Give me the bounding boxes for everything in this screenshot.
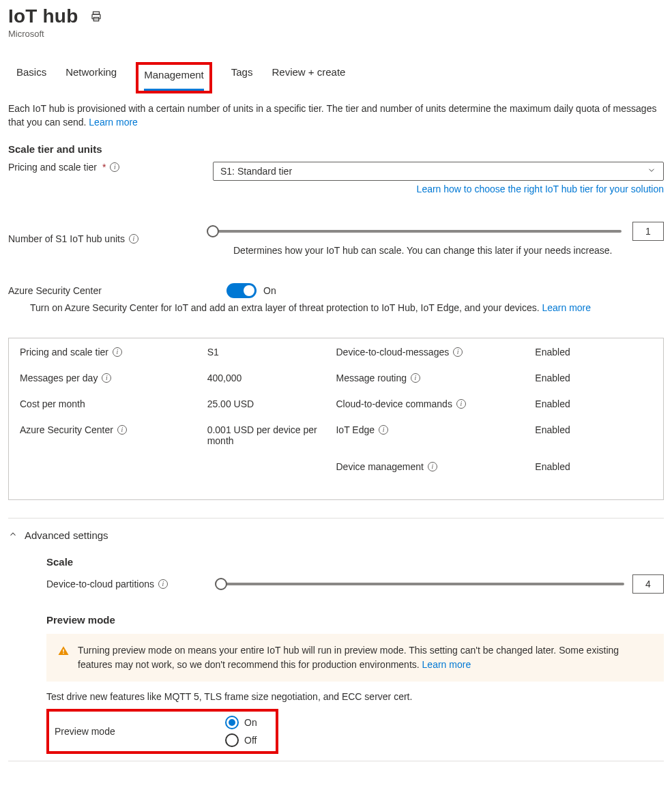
info-icon[interactable]: i <box>379 425 388 435</box>
summary-value: Enabled <box>535 373 652 383</box>
summary-value: S1 <box>207 347 336 357</box>
preview-mode-on-radio[interactable]: On <box>225 716 257 729</box>
summary-value: Enabled <box>535 347 652 357</box>
scale-subheading: Scale <box>46 556 664 568</box>
summary-label: Pricing and scale tier <box>20 347 108 357</box>
pricing-tier-select[interactable]: S1: Standard tier <box>213 162 664 181</box>
warning-icon <box>57 645 70 657</box>
summary-label: Device-to-cloud-messages <box>336 347 449 357</box>
info-icon[interactable]: i <box>102 373 111 383</box>
chevron-down-icon <box>647 165 656 177</box>
units-slider[interactable] <box>213 230 622 233</box>
info-icon[interactable]: i <box>158 579 168 589</box>
summary-label: Messages per day <box>20 373 98 383</box>
intro-text: Each IoT hub is provisioned with a certa… <box>8 102 664 130</box>
summary-label: Message routing <box>336 373 407 383</box>
asc-state: On <box>263 285 276 296</box>
pricing-tier-value: S1: Standard tier <box>220 166 292 177</box>
units-helper: Determines how your IoT hub can scale. Y… <box>213 245 664 256</box>
preview-warn-learn-link[interactable]: Learn more <box>422 659 471 670</box>
summary-value: 0.001 USD per device per month <box>207 424 336 446</box>
intro-learn-more-link[interactable]: Learn more <box>89 117 138 128</box>
asc-label: Azure Security Center <box>8 285 102 296</box>
tab-networking[interactable]: Networking <box>65 62 117 93</box>
preview-testdrive-text: Test drive new features like MQTT 5, TLS… <box>46 691 664 702</box>
asc-learn-more-link[interactable]: Learn more <box>542 302 591 313</box>
svg-rect-4 <box>63 652 64 654</box>
summary-value: 400,000 <box>207 373 336 383</box>
preview-mode-label: Preview mode <box>55 726 225 737</box>
info-icon[interactable]: i <box>117 425 127 435</box>
pricing-tier-label: Pricing and scale tier <box>8 162 97 173</box>
summary-label: Cloud-to-device commands <box>336 398 452 409</box>
preview-subheading: Preview mode <box>46 614 664 626</box>
tab-review[interactable]: Review + create <box>272 62 345 93</box>
units-label: Number of S1 IoT hub units <box>8 233 125 244</box>
advanced-heading: Advanced settings <box>25 529 108 541</box>
tab-basics[interactable]: Basics <box>16 62 46 93</box>
info-icon[interactable]: i <box>113 347 122 357</box>
preview-warning: Turning preview mode on means your entir… <box>46 634 664 682</box>
summary-label: IoT Edge <box>336 424 375 435</box>
required-indicator: * <box>102 162 106 173</box>
print-icon[interactable] <box>90 10 102 23</box>
info-icon[interactable]: i <box>456 399 466 409</box>
info-icon[interactable]: i <box>129 234 138 244</box>
tier-help-link[interactable]: Learn how to choose the right IoT hub ti… <box>417 184 664 194</box>
asc-desc: Turn on Azure Security Center for IoT an… <box>30 302 540 313</box>
summary-label: Cost per month <box>20 398 85 409</box>
summary-panel: Pricing and scale tieri S1 Device-to-clo… <box>8 338 664 500</box>
summary-value: Enabled <box>535 461 652 472</box>
advanced-settings-toggle[interactable]: Advanced settings <box>8 529 664 541</box>
info-icon[interactable]: i <box>110 162 119 172</box>
info-icon[interactable]: i <box>411 373 420 383</box>
partitions-slider[interactable] <box>221 583 624 585</box>
asc-toggle[interactable] <box>227 283 257 298</box>
preview-mode-off-radio[interactable]: Off <box>225 733 257 747</box>
units-value[interactable]: 1 <box>632 222 664 241</box>
tabs: Basics Networking Management Tags Review… <box>8 62 664 93</box>
svg-rect-3 <box>63 649 64 652</box>
page-title: IoT hub <box>8 5 78 27</box>
partitions-value[interactable]: 4 <box>632 574 664 594</box>
summary-value: Enabled <box>535 398 652 409</box>
partitions-label: Device-to-cloud partitions <box>46 579 154 589</box>
summary-label: Device management <box>336 461 423 472</box>
info-icon[interactable]: i <box>453 347 463 357</box>
info-icon[interactable]: i <box>428 462 437 471</box>
summary-value: 25.00 USD <box>207 398 336 409</box>
summary-value: Enabled <box>535 424 652 435</box>
scale-heading: Scale tier and units <box>8 143 664 155</box>
tab-tags[interactable]: Tags <box>231 62 253 93</box>
summary-label: Azure Security Center <box>20 424 113 435</box>
page-subtitle: Microsoft <box>8 29 664 39</box>
chevron-up-icon <box>8 529 18 541</box>
tab-management[interactable]: Management <box>144 65 204 91</box>
